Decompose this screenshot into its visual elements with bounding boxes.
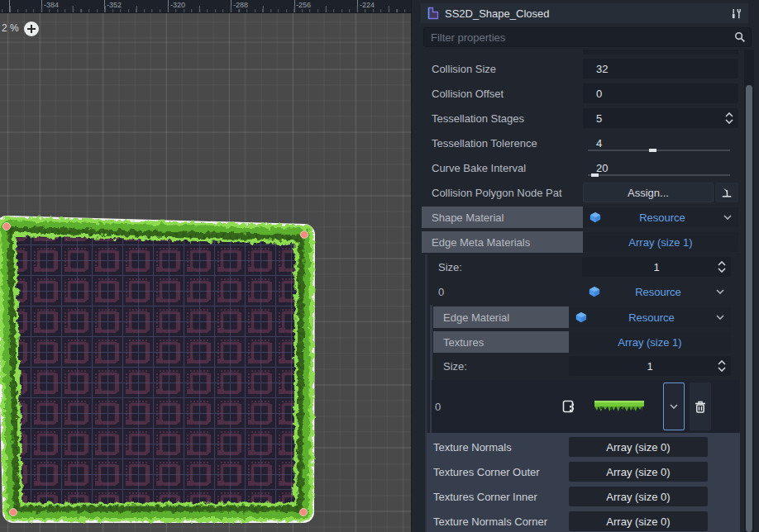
array-size-value[interactable]: 1 [569, 360, 731, 373]
property-label: Curve Bake Interval [432, 162, 526, 174]
spin-updown-icon[interactable] [718, 360, 726, 372]
node-path-control: Assign... [583, 183, 738, 202]
property-row-tessellation-stages: Tessellation Stages 5 [422, 106, 738, 131]
edit-resource-icon[interactable] [562, 400, 575, 413]
slider-track[interactable] [588, 174, 730, 176]
inspector-scrollbar-thumb[interactable] [746, 85, 752, 532]
edge-meta-materials-control: Array (size 1) [583, 232, 738, 252]
property-label: Textures [443, 336, 484, 349]
property-row-tessellation-tolerence: Tessellation Tolerence 4 [422, 131, 738, 155]
texture-normals-array-button[interactable]: Array (size 0) [569, 437, 708, 457]
collision-size-field[interactable]: 32 [583, 59, 738, 78]
tools-icon[interactable] [730, 7, 742, 20]
array-size-label: Size: [438, 261, 462, 273]
property-row-collision-polygon-node-path: Collision Polygon Node Pat Assign... [422, 180, 738, 205]
chevron-down-icon [716, 289, 724, 294]
viewport-2d[interactable]: -384 -352 -320 -288 -256 -224 2 % [0, 0, 411, 532]
property-value[interactable]: 0 [583, 88, 602, 100]
slider-grabber[interactable] [591, 173, 599, 177]
ruler-label: -320 [170, 1, 185, 9]
property-value[interactable]: 20 [583, 162, 608, 174]
pick-node-icon [721, 187, 733, 198]
ruler-label: -256 [296, 1, 311, 9]
textures-array-button[interactable]: Array (size 1) [569, 332, 731, 352]
resource-cube-icon [575, 311, 587, 323]
array-size-value[interactable]: 1 [582, 261, 731, 273]
property-row-shape-material: Shape Material Resource [422, 205, 738, 230]
zoom-level: 2 % [2, 22, 19, 34]
property-row-collision-offset: Collision Offset 0 [422, 81, 738, 106]
array-index-label: 0 [432, 401, 556, 413]
array-size-label: Size: [443, 360, 467, 373]
spin-updown-icon[interactable] [725, 112, 733, 124]
property-label: Collision Size [432, 63, 496, 75]
shape-material-control: Resource [583, 207, 738, 227]
zoom-in-button[interactable] [24, 21, 39, 36]
delete-texture-item-button[interactable] [690, 382, 711, 430]
property-row-collision-size: Collision Size 32 [422, 56, 738, 81]
filter-properties-box[interactable] [423, 27, 752, 47]
search-icon [734, 31, 746, 43]
inspector-header: SS2D_Shape_Closed [421, 3, 748, 23]
array-size-spinner[interactable]: 1 [582, 257, 731, 277]
property-value[interactable]: 4 [583, 137, 602, 150]
resource-cube-icon [589, 286, 600, 297]
property-label: Edge Meta Materials [432, 236, 530, 249]
curve-bake-interval-slider[interactable]: 20 [583, 158, 738, 178]
resource-name: Resource [608, 211, 717, 224]
chevron-down-icon [670, 404, 678, 409]
handle-bottom-right[interactable] [300, 509, 308, 516]
ss2d-shape[interactable] [0, 0, 411, 532]
horizontal-ruler: -384 -352 -320 -288 -256 -224 [0, 0, 411, 13]
property-row-edge-material: Edge Material Resource [433, 305, 738, 330]
edge-material-subrows-panel: Texture Normals Array (size 0) Textures … [427, 433, 740, 532]
ruler-label: -384 [44, 1, 59, 9]
shape-fill-texture [7, 226, 304, 512]
ruler-label: -352 [107, 1, 122, 9]
property-row-texture-normals: Texture Normals Array (size 0) [427, 435, 740, 459]
property-label: Textures Corner Outer [433, 466, 540, 478]
collision-offset-field[interactable]: 0 [583, 83, 738, 103]
resource-cube-icon [590, 211, 601, 223]
textures-corner-outer-array-button[interactable]: Array (size 0) [569, 462, 708, 482]
array-size-spinner[interactable]: 1 [569, 356, 731, 376]
property-value[interactable]: 5 [583, 112, 602, 125]
textures-corner-inner-array-button[interactable]: Array (size 0) [569, 487, 708, 506]
array-index-label: 0 [438, 286, 444, 298]
property-label: Tessellation Stages [432, 112, 524, 125]
handle-top-right[interactable] [301, 231, 308, 239]
tessellation-tolerence-slider[interactable]: 4 [583, 133, 738, 153]
edge-material-resource-dropdown[interactable]: Resource [569, 307, 731, 327]
property-row-textures-corner-outer: Textures Corner Outer Array (size 0) [427, 459, 740, 484]
edge-meta-resource-dropdown[interactable]: Resource [582, 282, 731, 302]
property-row-edge-meta-materials: Edge Meta Materials Array (size 1) [422, 230, 738, 254]
property-label: Shape Material [432, 211, 504, 224]
property-value[interactable]: 32 [583, 63, 608, 75]
slider-grabber[interactable] [649, 149, 656, 152]
slider-track[interactable] [588, 150, 730, 151]
ss2d-node-icon [427, 7, 440, 20]
textures-control: Array (size 1) [569, 332, 731, 352]
meta-item-control: Resource [582, 282, 731, 302]
resource-name: Resource [607, 286, 709, 298]
spin-updown-icon[interactable] [718, 261, 726, 273]
property-label: Collision Polygon Node Pat [432, 187, 562, 199]
trash-icon [695, 401, 706, 413]
chevron-down-icon [716, 315, 724, 320]
shape-material-resource-dropdown[interactable]: Resource [583, 207, 738, 227]
pick-node-button[interactable] [715, 183, 738, 202]
edge-meta-materials-array-button[interactable]: Array (size 1) [583, 232, 738, 252]
texture-item-dropdown[interactable] [663, 382, 685, 430]
godot-editor: -384 -352 -320 -288 -256 -224 2 % SS2D_S… [0, 0, 759, 532]
grass-texture-preview[interactable] [594, 400, 645, 413]
property-row-texture-normals-corner: Texture Normals Corner Array (size 0) [427, 509, 740, 532]
texture-normals-corner-array-button[interactable]: Array (size 0) [569, 511, 708, 531]
assign-node-path-button[interactable]: Assign... [583, 183, 714, 202]
filter-properties-input[interactable] [429, 31, 734, 45]
tessellation-stages-spinner[interactable]: 5 [583, 108, 738, 128]
property-row-curve-bake-interval: Curve Bake Interval 20 [422, 155, 738, 180]
handle-bottom-left[interactable] [10, 509, 17, 516]
inspector-dock: SS2D_Shape_Closed Collision Size [411, 0, 759, 532]
handle-top-left[interactable] [3, 223, 11, 230]
property-row-textures-corner-inner: Textures Corner Inner Array (size 0) [427, 484, 740, 509]
